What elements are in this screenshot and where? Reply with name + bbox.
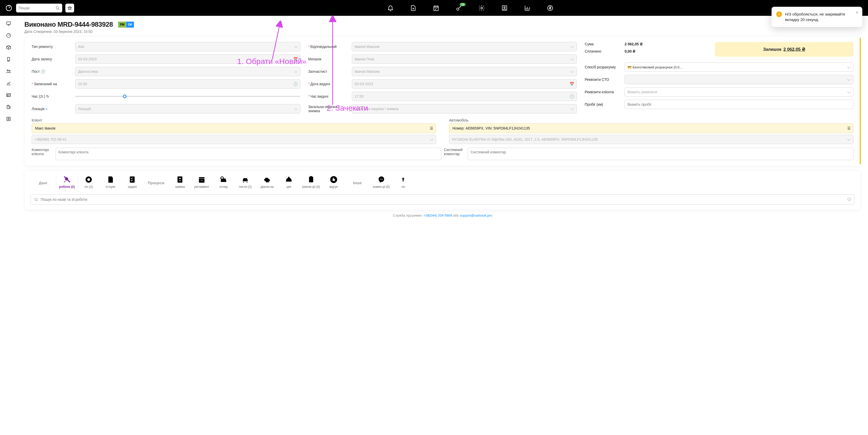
svg-point-4 [481, 7, 483, 9]
file-plus-icon[interactable] [409, 4, 417, 12]
calendar-check-icon[interactable] [432, 4, 440, 12]
contact-icon[interactable] [500, 4, 509, 12]
bank-button[interactable] [65, 4, 74, 12]
dollar-icon[interactable] [546, 4, 554, 12]
svg-point-1 [56, 6, 59, 9]
close-icon[interactable]: ✕ [856, 10, 859, 14]
search-input[interactable] [19, 6, 56, 10]
svg-point-6 [504, 7, 505, 8]
warn-icon: ! [776, 11, 782, 16]
gear-icon[interactable] [477, 4, 486, 12]
top-nav: 10 [0, 0, 868, 16]
search-icon [56, 6, 60, 10]
app-logo[interactable] [5, 4, 13, 12]
svg-rect-2 [434, 6, 438, 10]
global-search[interactable] [16, 4, 62, 12]
key-badge: 10 [460, 3, 466, 6]
chart-icon[interactable] [523, 4, 531, 12]
bell-icon[interactable] [386, 4, 395, 12]
key-icon[interactable]: 10 [455, 4, 463, 12]
svg-point-3 [457, 8, 459, 10]
toast-text: Н/З обробляється, не закривайте вкладку … [785, 11, 852, 16]
processing-toast: ! Н/З обробляється, не закривайте вкладк… [772, 7, 862, 16]
